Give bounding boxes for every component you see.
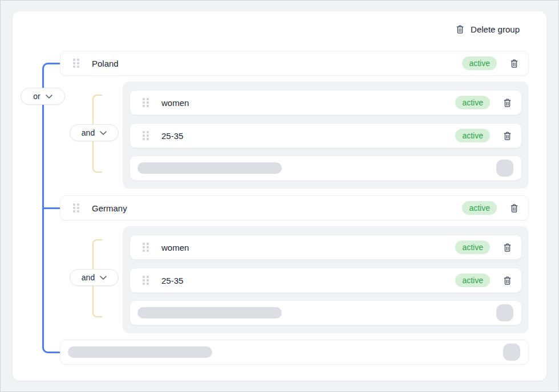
skeleton-bar [68,346,212,358]
root-operator-dropdown[interactable]: or [21,88,65,105]
drag-handle-icon[interactable] [143,131,149,140]
trash-icon [509,203,519,213]
condition-label: 25-35 [161,276,183,285]
skeleton-dot [503,344,520,361]
group2-operator-value: and [82,273,95,282]
condition-row-25-35: 25-35 active [129,123,522,148]
group1-operator-dropdown[interactable]: and [70,124,119,141]
group-label: Germany [92,203,127,213]
status-badge[interactable]: active [462,56,497,70]
trash-icon [455,24,465,34]
delete-row-button[interactable] [503,242,512,252]
group-label: Poland [92,59,119,68]
delete-row-button[interactable] [503,130,512,141]
placeholder-condition-row [129,156,522,181]
group-row-germany: Germany active [60,195,529,220]
delete-group-button[interactable]: Delete group [455,24,520,34]
condition-row-25-35: 25-35 active [129,268,522,293]
trash-icon [509,58,519,68]
condition-row-women: women active [129,90,522,115]
condition-label: 25-35 [161,131,183,141]
trash-icon [503,130,512,141]
condition-label: women [161,243,189,252]
group-row-poland: Poland active [60,51,529,76]
or-branch-stub [42,207,60,209]
condition-row-women: women active [129,235,522,260]
trash-icon [503,97,512,108]
status-badge[interactable]: active [455,129,490,142]
drag-handle-icon[interactable] [143,276,149,285]
status-badge[interactable]: active [462,201,497,215]
skeleton-bar [137,307,282,318]
condition-label: women [161,98,189,108]
chevron-down-icon [100,131,107,135]
placeholder-condition-row [129,300,522,325]
chevron-down-icon [100,276,107,280]
skeleton-bar [137,162,282,174]
status-badge[interactable]: active [455,96,490,109]
skeleton-dot [496,160,513,177]
delete-row-button[interactable] [509,203,519,213]
group2-operator-dropdown[interactable]: and [70,269,119,286]
placeholder-group-row [60,340,529,365]
drag-handle-icon[interactable] [143,98,149,107]
delete-group-label: Delete group [471,24,520,34]
segment-builder-card: Delete group or and and [13,11,546,381]
trash-icon [503,242,512,252]
root-operator-value: or [33,92,40,101]
drag-handle-icon[interactable] [143,243,149,252]
status-badge[interactable]: active [455,273,490,287]
drag-handle-icon[interactable] [73,203,79,213]
chevron-down-icon [46,95,52,99]
status-badge[interactable]: active [455,240,490,254]
drag-handle-icon[interactable] [73,59,79,68]
delete-row-button[interactable] [509,58,519,68]
skeleton-dot [496,304,513,321]
trash-icon [503,275,512,285]
delete-row-button[interactable] [503,275,512,285]
delete-row-button[interactable] [503,97,512,108]
group1-operator-value: and [82,128,95,137]
